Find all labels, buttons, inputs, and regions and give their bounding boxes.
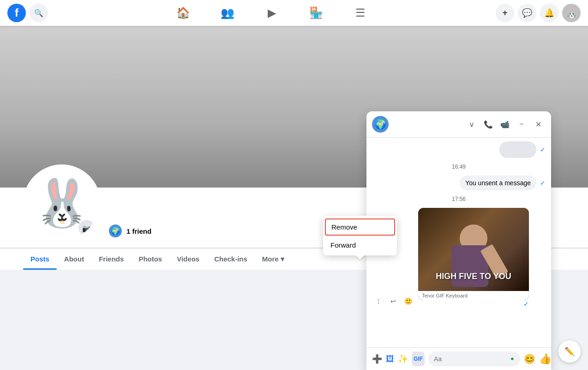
message-input-area: ➕ 🖼 ✨ GIF 😊 👍 <box>366 347 551 370</box>
camera-icon: 📷 <box>82 224 91 233</box>
bell-icon: 🔔 <box>544 8 554 18</box>
nav-friends-button[interactable]: 👥 <box>205 2 250 24</box>
message-check-icon: ✓ <box>540 146 546 153</box>
minimize-chat-button[interactable]: − <box>514 117 529 132</box>
image-icon: 🖼 <box>386 354 394 364</box>
avatar-image: 🐰 <box>565 7 578 19</box>
navbar-left: f 🔍 <box>7 4 48 22</box>
message-check-icon-2: ✓ <box>540 179 546 187</box>
message-text-input[interactable] <box>428 352 520 366</box>
gif-icon: GIF <box>414 356 423 362</box>
tab-more[interactable]: More ▾ <box>255 249 292 270</box>
nav-marketplace-button[interactable]: 🏪 <box>294 2 338 24</box>
friend-avatar-thumbnail: 🌍 <box>108 224 123 238</box>
context-menu: Remove Forward <box>323 216 397 255</box>
search-icon: 🔍 <box>34 9 43 18</box>
minimize-icon: − <box>519 120 523 128</box>
compose-button[interactable]: ✏️ <box>558 340 581 363</box>
add-button[interactable]: + <box>496 4 514 22</box>
message-row: ✓ <box>372 141 546 158</box>
friend-avatar-image: 🌍 <box>111 227 120 236</box>
gif-source-label: Tenor GIF Keyboard <box>418 291 529 300</box>
messenger-icon: 💬 <box>522 8 532 18</box>
tab-posts[interactable]: Posts <box>23 249 57 270</box>
marketplace-icon: 🏪 <box>309 6 323 19</box>
messenger-button[interactable]: 💬 <box>518 4 536 22</box>
chat-avatar-image: 🌍 <box>375 119 386 130</box>
close-chat-button[interactable]: ✕ <box>531 117 546 132</box>
gif-message-row: ⋮ ↩ 🙂 <box>372 208 546 308</box>
chevron-down-icon: ∨ <box>469 120 474 129</box>
messenger-header: 🌍 ∨ 📞 📹 − ✕ <box>366 111 551 138</box>
change-avatar-button[interactable]: 📷 <box>78 220 95 237</box>
account-avatar[interactable]: 🐰 <box>562 4 581 22</box>
add-attachment-button[interactable]: ➕ <box>372 352 382 366</box>
thumbs-up-icon: 👍 <box>539 353 552 364</box>
messenger-header-actions: ∨ 📞 📹 − ✕ <box>464 117 546 132</box>
dots-icon: ⋮ <box>375 297 382 305</box>
home-icon: 🏠 <box>176 6 190 19</box>
plus-icon: + <box>502 8 508 18</box>
emoji-icon: 🙂 <box>404 297 412 305</box>
friend-count-area: 🌍 1 friend <box>108 224 151 238</box>
watch-icon: ▶ <box>268 6 276 19</box>
gif-preview: HIGH FIVE TO YOU <box>418 208 529 291</box>
compose-icon: ✏️ <box>564 346 575 357</box>
unsent-message-row: You unsent a message ✓ <box>372 176 546 190</box>
search-button[interactable]: 🔍 <box>30 4 48 22</box>
gif-message: HIGH FIVE TO YOU Tenor GIF Keyboard <box>418 208 529 300</box>
message-timestamp-2: 17:56 <box>372 196 546 202</box>
expand-chat-button[interactable]: ∨ <box>464 117 479 132</box>
navbar: f 🔍 🏠 👥 ▶ 🏪 ☰ + 💬 🔔 <box>0 0 588 26</box>
chat-contact-avatar[interactable]: 🌍 <box>372 116 389 133</box>
profile-avatar: 🐰 📷 <box>23 164 101 242</box>
gif-text: HIGH FIVE TO YOU <box>418 272 529 282</box>
online-indicator <box>510 357 515 361</box>
menu-icon: ☰ <box>355 6 366 19</box>
nav-home-button[interactable]: 🏠 <box>161 2 205 24</box>
tab-checkins[interactable]: Check-ins <box>207 249 255 270</box>
voice-call-button[interactable]: 📞 <box>481 117 496 132</box>
phone-icon: 📞 <box>484 120 493 129</box>
nav-menu-button[interactable]: ☰ <box>338 2 383 24</box>
tab-photos[interactable]: Photos <box>131 249 169 270</box>
more-actions-button[interactable]: ⋮ <box>372 295 385 308</box>
sticker-icon: ✨ <box>398 354 408 364</box>
message-bubble <box>499 141 536 158</box>
photo-attachment-button[interactable]: 🖼 <box>386 352 394 366</box>
tab-about[interactable]: About <box>57 249 91 270</box>
emoji-icon: 😊 <box>524 354 535 364</box>
unsent-message-bubble: You unsent a message <box>460 176 536 190</box>
message-timestamp: 16:49 <box>372 164 546 170</box>
emoji-button[interactable]: 😊 <box>524 353 535 364</box>
navbar-center: 🏠 👥 ▶ 🏪 ☰ <box>161 2 383 24</box>
reply-button[interactable]: ↩ <box>387 295 400 308</box>
friend-count-label: 1 friend <box>126 227 151 235</box>
gif-button[interactable]: GIF <box>412 352 425 366</box>
reply-icon: ↩ <box>390 297 396 305</box>
video-call-button[interactable]: 📹 <box>498 117 512 132</box>
friends-icon: 👥 <box>221 6 234 19</box>
like-button[interactable]: 👍 <box>539 353 552 365</box>
navbar-right: + 💬 🔔 🐰 <box>496 4 581 22</box>
message-actions: ⋮ ↩ 🙂 <box>372 295 414 308</box>
remove-menu-item[interactable]: Remove <box>325 218 395 236</box>
tab-videos[interactable]: Videos <box>169 249 207 270</box>
forward-menu-item[interactable]: Forward <box>323 237 397 254</box>
tab-friends[interactable]: Friends <box>91 249 131 270</box>
react-button[interactable]: 🙂 <box>402 295 414 308</box>
video-icon: 📹 <box>500 120 510 129</box>
close-icon: ✕ <box>535 120 541 129</box>
sticker-button[interactable]: ✨ <box>398 352 408 366</box>
nav-watch-button[interactable]: ▶ <box>250 2 294 24</box>
facebook-logo[interactable]: f <box>7 4 26 22</box>
gif-check-icon: ✓ <box>523 300 529 308</box>
plus-circle-icon: ➕ <box>372 354 382 364</box>
notifications-button[interactable]: 🔔 <box>540 4 558 22</box>
